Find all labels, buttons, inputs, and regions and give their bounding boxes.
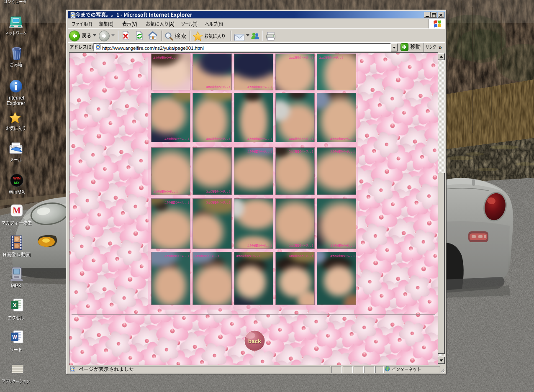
- svg-text:X: X: [13, 302, 17, 308]
- svg-text:W: W: [12, 334, 17, 340]
- svg-text:back: back: [248, 338, 261, 344]
- svg-text:WIN: WIN: [13, 176, 21, 180]
- svg-text:MX: MX: [14, 181, 20, 185]
- svg-text:M: M: [13, 206, 21, 215]
